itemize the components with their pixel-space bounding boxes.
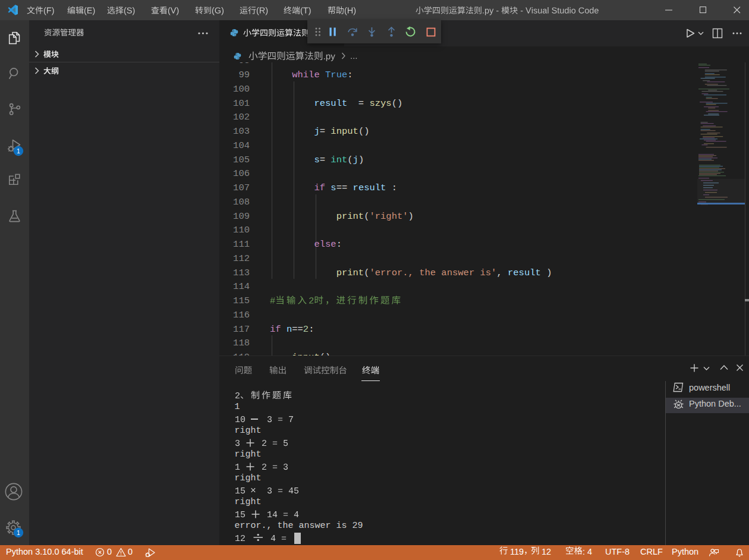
svg-text:1: 1 [17,529,20,536]
svg-text:1: 1 [17,147,20,155]
